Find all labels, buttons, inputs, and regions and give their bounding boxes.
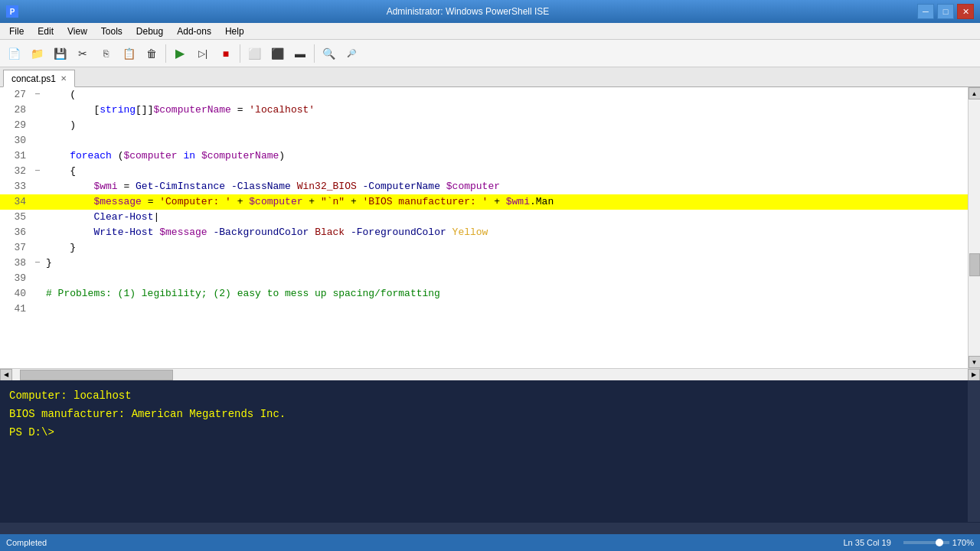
scroll-down-button[interactable]: ▼ [969,356,981,368]
show-console-button[interactable]: ▬ [289,43,311,64]
h-scroll-thumb[interactable] [20,370,173,380]
console-line-3: PS D:\> [9,423,971,442]
editor-vertical-scrollbar[interactable]: ▲ ▼ [968,87,980,368]
code-line-37: 37 } [0,240,968,256]
code-line-29: 29 ) [0,118,968,133]
zoom-in-button[interactable]: 🔍 [318,43,339,64]
main-area: 27 ─ ( 28 [string[]]$computerName = 'loc… [0,87,980,534]
menu-item-debug[interactable]: Debug [130,24,169,38]
zoom-level: 170% [952,538,974,547]
zoom-thumb[interactable] [936,539,943,546]
tab-label: concat.ps1 [11,73,56,84]
scroll-left-button[interactable]: ◀ [0,369,12,381]
code-line-38: 38 ─ } [0,256,968,271]
code-line-28: 28 [string[]]$computerName = 'localhost' [0,103,968,118]
console-output: Computer: localhost BIOS manufacturer: A… [0,380,980,522]
editor-horizontal-scrollbar[interactable]: ◀ ▶ [0,368,980,380]
code-line-30: 30 [0,133,968,148]
code-line-35: 35 Clear-Host| [0,210,968,225]
code-line-36: 36 Write-Host $message -BackgroundColor … [0,225,968,240]
scroll-thumb[interactable] [969,253,980,276]
zoom-slider[interactable] [903,541,949,544]
cut-button[interactable]: ✂ [72,43,93,64]
status-right: Ln 35 Col 19 170% [843,538,974,547]
console-horizontal-scrollbar[interactable] [0,522,980,534]
powershell-icon: P [6,5,18,18]
code-line-39: 39 [0,271,968,286]
show-split-button[interactable]: ⬛ [266,43,288,64]
code-line-32: 32 ─ { [0,164,968,179]
console-line-2: BIOS manufacturer: American Megatrends I… [9,405,971,423]
stop-button[interactable]: ■ [215,43,237,64]
status-bar: Completed Ln 35 Col 19 170% [0,534,980,551]
minimize-button[interactable]: ─ [917,4,934,19]
window-controls: ─ □ ✕ [917,4,974,19]
tab-concat-ps1[interactable]: concat.ps1 ✕ [3,70,75,87]
run-selection-button[interactable]: ▷| [192,43,214,64]
editor-area: 27 ─ ( 28 [string[]]$computerName = 'loc… [0,87,980,368]
run-button[interactable]: ▶ [169,43,191,64]
code-line-33: 33 $wmi = Get-CimInstance -ClassName Win… [0,179,968,194]
menu-item-tools[interactable]: Tools [95,24,129,38]
copy-button[interactable]: ⎘ [95,43,116,64]
separator-1 [165,44,166,63]
menu-item-edit[interactable]: Edit [31,24,60,38]
console-vertical-scrollbar[interactable] [968,380,980,522]
separator-3 [314,44,315,63]
tab-close-button[interactable]: ✕ [60,74,67,83]
menu-item-file[interactable]: File [3,24,30,38]
scroll-track[interactable] [969,99,981,356]
open-button[interactable]: 📁 [26,43,47,64]
menu-item-add-ons[interactable]: Add-ons [171,24,217,38]
console-line-1: Computer: localhost [9,386,971,405]
cursor-position: Ln 35 Col 19 [843,538,890,547]
zoom-control[interactable]: 170% [903,538,974,547]
app-icon: P [6,5,18,18]
scroll-right-button[interactable]: ▶ [968,369,980,381]
save-button[interactable]: 💾 [49,43,70,64]
separator-2 [240,44,240,63]
close-button[interactable]: ✕ [957,4,974,19]
maximize-button[interactable]: □ [937,4,954,19]
menu-item-help[interactable]: Help [219,24,250,38]
code-editor[interactable]: 27 ─ ( 28 [string[]]$computerName = 'loc… [0,87,968,368]
toolbar: 📄 📁 💾 ✂ ⎘ 📋 🗑 ▶ ▷| ■ ⬜ ⬛ ▬ 🔍 🔎 [0,40,980,67]
menu-bar: FileEditViewToolsDebugAdd-onsHelp [0,23,980,40]
show-script-button[interactable]: ⬜ [243,43,265,64]
code-line-40: 40 # Problems: (1) legibility; (2) easy … [0,286,968,302]
paste-button[interactable]: 📋 [118,43,139,64]
code-line-41: 41 [0,302,968,317]
code-line-34: 34 $message = 'Computer: ' + $computer +… [0,194,968,210]
status-text: Completed [6,538,47,547]
new-button[interactable]: 📄 [3,43,24,64]
title-bar: P Administrator: Windows PowerShell ISE … [0,0,980,23]
zoom-out-button[interactable]: 🔎 [341,43,362,64]
code-line-27: 27 ─ ( [0,87,968,103]
menu-item-view[interactable]: View [61,24,93,38]
scroll-up-button[interactable]: ▲ [969,87,981,99]
tab-bar: concat.ps1 ✕ [0,67,980,87]
clear-button[interactable]: 🗑 [141,43,162,64]
status-left: Completed [6,538,47,547]
h-scroll-track[interactable] [12,369,968,380]
code-line-31: 31 foreach ($computer in $computerName) [0,148,968,164]
window-title: Administrator: Windows PowerShell ISE [18,6,917,17]
